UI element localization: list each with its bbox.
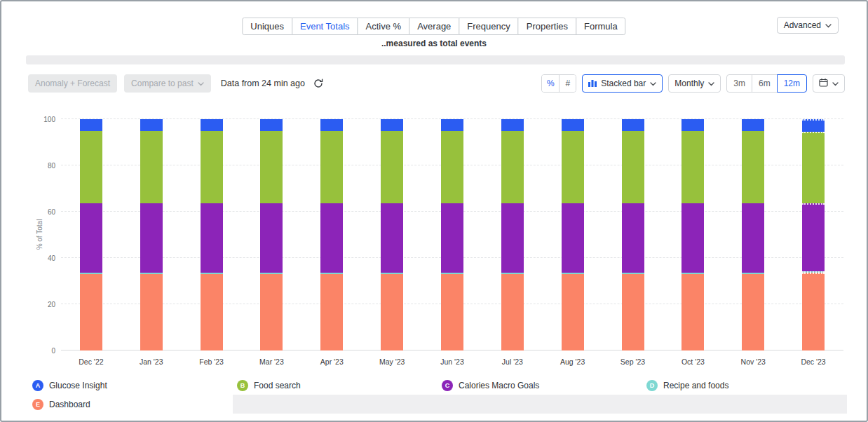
bar-segment-calories-macro-goals[interactable]	[201, 203, 223, 273]
stacked-bar-mar-23[interactable]	[260, 119, 283, 350]
bar-segment-food-search[interactable]	[381, 131, 403, 204]
bar-segment-glucose-insight[interactable]	[622, 119, 644, 131]
stacked-bar-jun-23[interactable]	[441, 119, 463, 350]
refresh-icon[interactable]	[313, 79, 323, 88]
bar-segment-dashboard[interactable]	[320, 274, 343, 350]
series-badge-b: B	[237, 380, 248, 391]
chart-type-label: Stacked bar	[601, 79, 646, 88]
stacked-bar-jan-23[interactable]	[140, 119, 163, 350]
range-6m-button[interactable]: 6m	[752, 74, 778, 93]
bar-segment-dashboard[interactable]	[622, 274, 644, 350]
tab-formula[interactable]: Formula	[576, 18, 626, 35]
legend-item-calories-macro-goals[interactable]: CCalories Macro Goals	[438, 376, 642, 395]
stacked-bar-feb-23[interactable]	[201, 119, 223, 350]
bar-segment-food-search[interactable]	[201, 131, 223, 204]
stacked-bar-jul-23[interactable]	[501, 119, 524, 350]
bar-segment-calories-macro-goals[interactable]	[320, 203, 343, 273]
y-tick-label-60: 60	[48, 208, 55, 216]
bar-segment-dashboard[interactable]	[441, 274, 463, 350]
bar-segment-calories-macro-goals[interactable]	[260, 203, 283, 273]
bar-segment-dashboard[interactable]	[260, 274, 283, 350]
stacked-bar-oct-23[interactable]	[681, 119, 704, 350]
legend-label-dashboard: Dashboard	[49, 400, 90, 409]
tab-frequency[interactable]: Frequency	[459, 18, 518, 35]
bar-segment-dashboard[interactable]	[80, 274, 102, 350]
bar-segment-glucose-insight[interactable]	[562, 119, 584, 131]
bar-segment-calories-macro-goals[interactable]	[381, 203, 403, 273]
bar-segment-food-search[interactable]	[80, 131, 102, 204]
bar-segment-dashboard[interactable]	[381, 274, 403, 350]
bar-column-jul-23	[482, 119, 543, 350]
date-picker-button[interactable]	[813, 74, 845, 93]
stacked-bar-may-23[interactable]	[381, 119, 403, 350]
interval-dropdown[interactable]: Monthly	[668, 74, 721, 93]
tab-event-totals[interactable]: Event Totals	[292, 18, 358, 35]
compare-to-past-button[interactable]: Compare to past	[124, 74, 211, 93]
bar-segment-dashboard[interactable]	[201, 274, 223, 350]
bar-segment-glucose-insight[interactable]	[80, 119, 102, 131]
legend-item-glucose-insight[interactable]: AGlucose Insight	[28, 376, 233, 395]
bar-segment-glucose-insight[interactable]	[201, 119, 223, 131]
legend-item-food-search[interactable]: BFood search	[233, 376, 438, 395]
bar-segment-glucose-insight[interactable]	[501, 119, 524, 131]
legend-item-dashboard[interactable]: EDashboard	[28, 395, 233, 414]
bar-segment-dashboard[interactable]	[742, 274, 764, 350]
range-12m-button[interactable]: 12m	[777, 74, 807, 93]
bar-segment-glucose-insight[interactable]	[441, 119, 463, 131]
bar-segment-food-search[interactable]	[260, 131, 283, 204]
bar-segment-food-search[interactable]	[562, 131, 584, 204]
bar-segment-food-search[interactable]	[802, 132, 825, 203]
unit-number-button[interactable]: #	[559, 75, 576, 92]
bar-segment-glucose-insight[interactable]	[742, 119, 764, 131]
bar-segment-calories-macro-goals[interactable]	[80, 203, 102, 273]
bar-column-jan-23	[121, 119, 182, 350]
bar-segment-dashboard[interactable]	[802, 273, 825, 350]
collapsed-section-bar[interactable]	[26, 55, 845, 64]
range-3m-button[interactable]: 3m	[726, 74, 752, 93]
bar-segment-calories-macro-goals[interactable]	[742, 203, 764, 273]
chart-type-dropdown[interactable]: Stacked bar	[582, 74, 663, 93]
tab-average[interactable]: Average	[409, 18, 459, 35]
stacked-bar-nov-23[interactable]	[742, 119, 764, 350]
bar-segment-food-search[interactable]	[622, 131, 644, 204]
bar-segment-glucose-insight[interactable]	[320, 119, 343, 131]
legend-item-recipe-and-foods[interactable]: DRecipe and foods	[642, 376, 847, 395]
chevron-down-icon	[832, 79, 839, 88]
bar-segment-food-search[interactable]	[441, 131, 463, 204]
stacked-bar-sep-23[interactable]	[622, 119, 644, 350]
stacked-bar-aug-23[interactable]	[562, 119, 584, 350]
unit-percent-button[interactable]: %	[542, 75, 559, 92]
bar-segment-food-search[interactable]	[501, 131, 524, 204]
analytics-window: UniquesEvent TotalsActive %AverageFreque…	[0, 0, 868, 422]
bar-segment-calories-macro-goals[interactable]	[501, 203, 524, 273]
bar-segment-food-search[interactable]	[140, 131, 163, 204]
bar-segment-calories-macro-goals[interactable]	[562, 203, 584, 273]
bar-segment-calories-macro-goals[interactable]	[441, 203, 463, 273]
bar-segment-dashboard[interactable]	[562, 274, 584, 350]
advanced-button[interactable]: Advanced	[777, 17, 839, 34]
bar-segment-food-search[interactable]	[320, 131, 343, 204]
bar-segment-food-search[interactable]	[742, 131, 764, 204]
bar-segment-calories-macro-goals[interactable]	[802, 203, 825, 271]
tab-active[interactable]: Active %	[358, 18, 410, 35]
tab-uniques[interactable]: Uniques	[242, 18, 292, 35]
tab-properties[interactable]: Properties	[518, 18, 576, 35]
bar-segment-calories-macro-goals[interactable]	[681, 203, 704, 273]
bar-segment-calories-macro-goals[interactable]	[140, 203, 163, 273]
anomaly-forecast-button[interactable]: Anomaly + Forecast	[28, 74, 117, 93]
bar-segment-food-search[interactable]	[681, 131, 704, 204]
bar-segment-glucose-insight[interactable]	[140, 119, 163, 131]
bar-segment-glucose-insight[interactable]	[381, 119, 403, 131]
bar-segment-glucose-insight[interactable]	[260, 119, 283, 131]
bar-segment-glucose-insight[interactable]	[681, 119, 704, 131]
bar-segment-dashboard[interactable]	[681, 274, 704, 350]
bar-segment-dashboard[interactable]	[140, 274, 163, 350]
bar-segment-glucose-insight[interactable]	[802, 119, 825, 132]
stacked-bar-dec-23[interactable]	[802, 119, 825, 350]
bar-segment-dashboard[interactable]	[501, 274, 524, 350]
stacked-bar-apr-23[interactable]	[320, 119, 343, 350]
measurement-subtitle: ..measured as total events	[1, 39, 867, 48]
bar-column-feb-23	[182, 119, 242, 350]
bar-segment-calories-macro-goals[interactable]	[622, 203, 644, 273]
stacked-bar-dec-22[interactable]	[80, 119, 102, 350]
